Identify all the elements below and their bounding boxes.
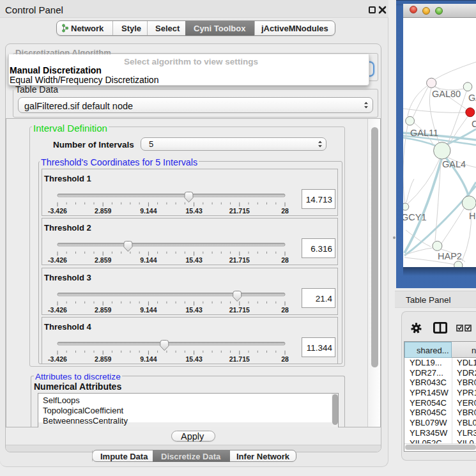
svg-text:28: 28 bbox=[281, 306, 289, 314]
svg-text:2.859: 2.859 bbox=[95, 207, 111, 215]
svg-text:21.715: 21.715 bbox=[229, 306, 250, 314]
svg-text:GAL4: GAL4 bbox=[442, 159, 466, 169]
svg-text:15.43: 15.43 bbox=[185, 306, 202, 314]
svg-text:9.144: 9.144 bbox=[140, 207, 157, 215]
svg-text:15.43: 15.43 bbox=[185, 256, 202, 264]
svg-text:GA: GA bbox=[468, 93, 476, 103]
svg-text:21.715: 21.715 bbox=[229, 207, 250, 215]
svg-text:HAP2: HAP2 bbox=[438, 251, 462, 261]
svg-text:2.859: 2.859 bbox=[95, 256, 111, 264]
svg-text:28: 28 bbox=[281, 207, 289, 215]
svg-text:28: 28 bbox=[281, 355, 289, 363]
svg-text:-3.426: -3.426 bbox=[48, 207, 67, 215]
svg-text:2.859: 2.859 bbox=[95, 355, 111, 363]
svg-text:GAL80: GAL80 bbox=[432, 89, 461, 99]
svg-text:21.715: 21.715 bbox=[229, 355, 250, 363]
svg-text:15.43: 15.43 bbox=[185, 207, 202, 215]
svg-text:-3.426: -3.426 bbox=[48, 306, 67, 314]
svg-text:CR: CR bbox=[472, 119, 476, 129]
svg-text:9.144: 9.144 bbox=[140, 306, 157, 314]
svg-text:-3.426: -3.426 bbox=[48, 355, 67, 363]
svg-text:GAL11: GAL11 bbox=[410, 128, 438, 138]
svg-text:21.715: 21.715 bbox=[229, 256, 250, 264]
svg-text:15.43: 15.43 bbox=[185, 355, 202, 363]
svg-text:9.144: 9.144 bbox=[140, 355, 157, 363]
svg-text:28: 28 bbox=[281, 256, 289, 264]
svg-text:2.859: 2.859 bbox=[95, 306, 111, 314]
svg-text:9.144: 9.144 bbox=[140, 256, 157, 264]
svg-text:-3.426: -3.426 bbox=[48, 256, 67, 264]
svg-text:GCY1: GCY1 bbox=[403, 212, 427, 222]
svg-text:H: H bbox=[469, 211, 475, 221]
